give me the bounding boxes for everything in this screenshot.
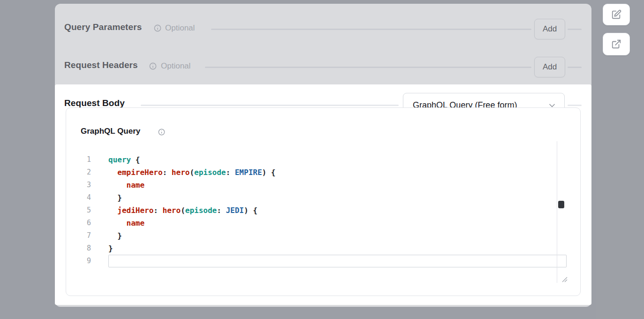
info-icon[interactable] <box>158 129 165 136</box>
code-line-6[interactable]: name <box>108 217 567 229</box>
code-token: episode <box>185 206 217 215</box>
editor-scrollbar-thumb[interactable] <box>558 201 564 208</box>
divider <box>141 105 399 106</box>
code-token: } <box>108 244 113 253</box>
code-token: query <box>108 155 131 164</box>
app-stage: Query Parameters Optional Add Request He… <box>0 0 644 319</box>
request-body-modal: Request Body GraphQL Query (Free form) G… <box>55 84 591 305</box>
open-in-new-button[interactable] <box>603 33 630 55</box>
request-body-title: Request Body <box>64 98 125 108</box>
resize-handle-icon[interactable] <box>561 276 568 282</box>
line-number: 7 <box>72 229 91 242</box>
code-token: ) { <box>262 168 276 177</box>
code-token: empireHero <box>117 168 162 177</box>
line-number: 6 <box>72 217 91 229</box>
code-token: name <box>127 219 145 228</box>
line-number: 2 <box>72 166 91 179</box>
code-token: hero <box>172 168 190 177</box>
code-token: : <box>153 206 162 215</box>
code-token: name <box>127 181 145 190</box>
code-token: jediHero <box>117 206 153 215</box>
code-token: ) { <box>244 206 258 215</box>
graphql-query-panel: GraphQL Query 123456789 query { empireHe… <box>66 107 581 296</box>
graphql-query-label: GraphQL Query <box>81 127 140 136</box>
code-line-4[interactable]: } <box>108 191 567 204</box>
code-line-5[interactable]: jediHero: hero(episode: JEDI) { <box>108 204 567 217</box>
code-line-1[interactable]: query { <box>108 153 567 166</box>
code-token: JEDI <box>226 206 244 215</box>
code-token: : <box>217 206 226 215</box>
edit-icon <box>611 9 621 20</box>
code-token <box>108 168 117 177</box>
code-token: hero <box>163 206 181 215</box>
code-line-3[interactable]: name <box>108 179 567 191</box>
code-token <box>108 181 127 190</box>
code-token: ( <box>189 168 194 177</box>
code-token: : <box>163 168 172 177</box>
line-number: 1 <box>72 153 91 166</box>
external-link-icon <box>611 39 621 49</box>
code-token: : <box>226 168 235 177</box>
editor-right-border <box>557 141 557 283</box>
code-line-2[interactable]: empireHero: hero(episode: EMPIRE) { <box>108 166 567 179</box>
line-number: 5 <box>72 204 91 217</box>
line-number: 8 <box>72 242 91 255</box>
code-token: } <box>108 193 122 202</box>
code-token: } <box>108 231 122 240</box>
divider <box>568 105 582 106</box>
code-token: ( <box>181 206 185 215</box>
editor-gutter: 123456789 <box>72 153 91 267</box>
code-line-9[interactable] <box>108 255 567 267</box>
code-line-8[interactable]: } <box>108 242 567 255</box>
code-token: episode <box>194 168 226 177</box>
graphql-code-editor[interactable]: query { empireHero: hero(episode: EMPIRE… <box>108 153 567 267</box>
line-number: 3 <box>72 179 91 191</box>
code-token: EMPIRE <box>235 168 262 177</box>
line-number: 4 <box>72 191 91 204</box>
code-token: { <box>131 155 140 164</box>
edit-button[interactable] <box>603 4 630 25</box>
code-token <box>108 219 127 228</box>
line-number: 9 <box>72 255 91 267</box>
code-token <box>108 206 117 215</box>
code-line-7[interactable]: } <box>108 229 567 242</box>
